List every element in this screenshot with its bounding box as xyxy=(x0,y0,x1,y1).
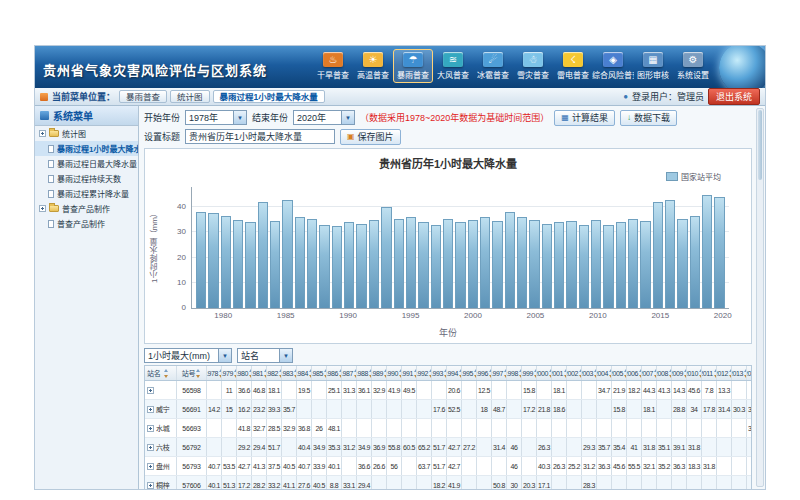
nav-item-6[interactable]: ☃雪灾普查 xyxy=(513,49,553,83)
table-row-3[interactable]: 水城5669341.832.728.532.936.82648.131.9 xyxy=(145,419,751,438)
column-header-2003[interactable]: 2003 xyxy=(582,366,597,380)
nav-item-10[interactable]: ⚙系统设置 xyxy=(673,49,713,83)
row-expander-icon[interactable] xyxy=(147,387,154,394)
row-expander-icon[interactable] xyxy=(147,425,154,432)
column-header-2004[interactable]: 2004 xyxy=(597,366,612,380)
chevron-down-icon: ▼ xyxy=(233,111,246,124)
column-header-2000[interactable]: 2000 xyxy=(537,366,552,380)
tree-item[interactable]: 暴雨过程1小时最大降水量 xyxy=(35,141,138,156)
column-header-1997[interactable]: 1997 xyxy=(492,366,507,380)
column-header-1989[interactable]: 1989 xyxy=(372,366,387,380)
column-header-站号[interactable]: 站号 xyxy=(177,366,207,380)
column-header-1998[interactable]: 1998 xyxy=(507,366,522,380)
column-header-2002[interactable]: 2002 xyxy=(567,366,582,380)
column-header-1984[interactable]: 1984 xyxy=(297,366,312,380)
row-expander-icon[interactable] xyxy=(147,463,154,470)
value-cell: 14.2 xyxy=(207,400,222,418)
column-header-1992[interactable]: 1992 xyxy=(417,366,432,380)
start-year-select[interactable]: 1978年 ▼ xyxy=(185,110,247,125)
nav-item-8[interactable]: ◈综合风险普查 xyxy=(593,49,633,83)
value-cell: 41.3 xyxy=(252,457,267,475)
end-year-select[interactable]: 2020年 ▼ xyxy=(293,110,355,125)
value-cell: 28.5 xyxy=(267,419,282,437)
column-header-2011[interactable]: 2011 xyxy=(702,366,717,380)
column-header-1996[interactable]: 1996 xyxy=(477,366,492,380)
tree-item[interactable]: 暴雨过程累计降水量 xyxy=(35,186,138,201)
nav-item-4[interactable]: ≋大风普查 xyxy=(433,49,473,83)
logout-button[interactable]: 退出系统 xyxy=(708,88,760,105)
column-header-1999[interactable]: 1999 xyxy=(522,366,537,380)
chart-legend[interactable]: 国家站平均 xyxy=(666,171,721,182)
tree-item[interactable]: 暴雨过程持续天数 xyxy=(35,171,138,186)
nav-item-1[interactable]: ♨干旱普查 xyxy=(313,49,353,83)
column-header-2006[interactable]: 2006 xyxy=(627,366,642,380)
value-cell xyxy=(462,457,477,475)
bar-2002 xyxy=(492,221,502,308)
value-cell xyxy=(372,419,387,437)
column-header-2014[interactable]: 2014 xyxy=(747,366,752,380)
tree-expander-icon[interactable] xyxy=(39,130,46,137)
column-header-1982[interactable]: 1982 xyxy=(267,366,282,380)
scrollbar-thumb[interactable] xyxy=(758,110,762,180)
row-expander-icon[interactable] xyxy=(147,444,154,451)
value-cell xyxy=(222,438,237,456)
value-cell xyxy=(432,381,447,399)
column-header-2001[interactable]: 2001 xyxy=(552,366,567,380)
tree-item[interactable]: 暴雨过程日最大降水量 xyxy=(35,156,138,171)
calculate-button[interactable]: ▦ 计算结果 xyxy=(554,110,615,126)
column-header-1978[interactable]: 1978 xyxy=(207,366,222,380)
nav-item-9[interactable]: ▦图形审核 xyxy=(633,49,673,83)
nav-item-5[interactable]: ☄冰雹普查 xyxy=(473,49,513,83)
table-row-2[interactable]: 威宁5669114.21516.223.239.335.717.652.5184… xyxy=(145,400,751,419)
column-header-1994[interactable]: 1994 xyxy=(447,366,462,380)
column-header-2008[interactable]: 2008 xyxy=(657,366,672,380)
nav-item-3[interactable]: ☂暴雨普查 xyxy=(393,49,433,83)
column-header-2005[interactable]: 2005 xyxy=(612,366,627,380)
row-expander-icon[interactable] xyxy=(147,406,154,413)
column-header-1980[interactable]: 1980 xyxy=(237,366,252,380)
table-row-6[interactable]: 桐梓5760640.151.317.228.233.241.127.640.58… xyxy=(145,476,751,489)
column-header-1995[interactable]: 1995 xyxy=(462,366,477,380)
tree-item[interactable]: 普查产品制作 xyxy=(35,216,138,231)
save-image-button[interactable]: ▣ 保存图片 xyxy=(340,129,401,145)
value-cell: 30 xyxy=(507,476,522,489)
value-cell xyxy=(522,419,537,437)
breadcrumb-tab-2[interactable]: 统计图 xyxy=(170,90,210,103)
column-header-1979[interactable]: 1979 xyxy=(222,366,237,380)
column-header-站名[interactable]: 站名 xyxy=(145,366,177,380)
column-header-2009[interactable]: 2009 xyxy=(672,366,687,380)
column-header-1991[interactable]: 1991 xyxy=(402,366,417,380)
value-cell xyxy=(342,457,357,475)
tree-group[interactable]: 统计图 xyxy=(35,126,138,141)
tree-expander-icon[interactable] xyxy=(39,205,46,212)
table-row-5[interactable]: 盘州5679340.753.542.741.337.540.540.733.94… xyxy=(145,457,751,476)
y-tick-label: 30 xyxy=(177,227,186,236)
nav-item-2[interactable]: ☀高温普查 xyxy=(353,49,393,83)
vertical-scrollbar[interactable] xyxy=(756,108,764,487)
value-cell: 46 xyxy=(507,438,522,456)
column-header-1983[interactable]: 1983 xyxy=(282,366,297,380)
column-header-2013[interactable]: 2013 xyxy=(732,366,747,380)
table-row-1[interactable]: 565981136.646.818.119.525.131.336.132.94… xyxy=(145,381,751,400)
column-header-1988[interactable]: 1988 xyxy=(357,366,372,380)
chart-title-input[interactable] xyxy=(185,129,335,144)
column-header-1990[interactable]: 1990 xyxy=(387,366,402,380)
breadcrumb-tab-3[interactable]: 暴雨过程1小时最大降水量 xyxy=(213,90,325,103)
table-row-4[interactable]: 六枝5679229.229.451.740.434.935.331.234.93… xyxy=(145,438,751,457)
column-header-1993[interactable]: 1993 xyxy=(432,366,447,380)
column-header-1986[interactable]: 1986 xyxy=(327,366,342,380)
column-header-1985[interactable]: 1985 xyxy=(312,366,327,380)
column-header-2012[interactable]: 2012 xyxy=(717,366,732,380)
column-header-2010[interactable]: 2010 xyxy=(687,366,702,380)
tree-group[interactable]: 普查产品制作 xyxy=(35,201,138,216)
metric-select[interactable]: 1小时最大(mm) ▼ xyxy=(144,348,232,363)
value-cell: 29.4 xyxy=(357,476,372,489)
row-expander-icon[interactable] xyxy=(147,482,154,489)
breadcrumb-tab-1[interactable]: 暴雨普查 xyxy=(119,90,167,103)
nav-item-7[interactable]: ☇雷电普查 xyxy=(553,49,593,83)
station-select[interactable]: 站名 ▼ xyxy=(237,348,293,363)
column-header-1981[interactable]: 1981 xyxy=(252,366,267,380)
download-button[interactable]: ↓ 数据下载 xyxy=(620,110,677,126)
column-header-2007[interactable]: 2007 xyxy=(642,366,657,380)
column-header-1987[interactable]: 1987 xyxy=(342,366,357,380)
